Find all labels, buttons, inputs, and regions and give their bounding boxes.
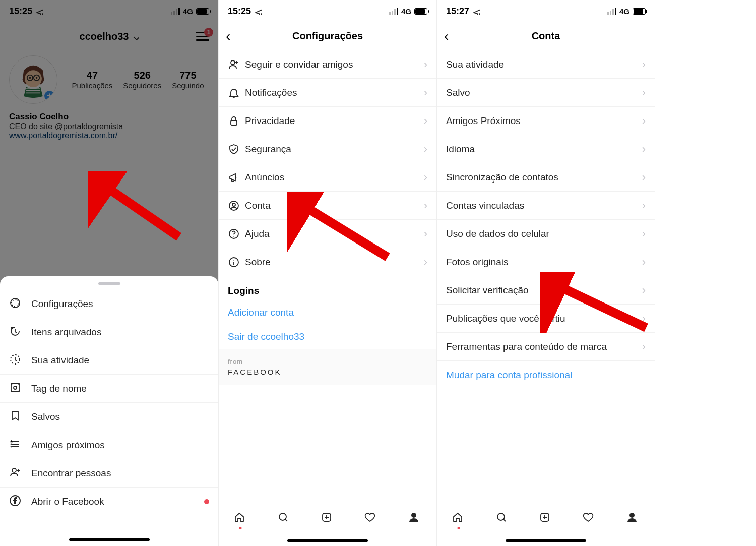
home-indicator[interactable] xyxy=(69,538,150,541)
chevron-right-icon: › xyxy=(642,227,646,240)
status-bar: 15:27 4G xyxy=(437,0,655,22)
info-icon xyxy=(228,256,245,268)
chevron-right-icon: › xyxy=(424,256,427,269)
tab-activity[interactable] xyxy=(349,511,393,525)
shield-icon xyxy=(228,143,245,155)
archive-icon xyxy=(9,325,31,339)
page-title: Conta xyxy=(532,30,560,42)
settings-item-about[interactable]: Sobre › xyxy=(219,248,436,276)
tab-add[interactable] xyxy=(306,511,349,525)
screen-account: 15:27 4G ‹ Conta Sua atividade› Salvo› A… xyxy=(436,0,655,546)
switch-to-professional-link[interactable]: Mudar para conta profissional xyxy=(437,361,655,389)
chevron-right-icon: › xyxy=(424,143,427,156)
settings-item-ads[interactable]: Anúncios › xyxy=(219,163,436,192)
back-button[interactable]: ‹ xyxy=(444,29,449,43)
home-indicator[interactable] xyxy=(506,539,586,542)
notification-dot xyxy=(458,527,460,529)
menu-item-saved[interactable]: Salvos xyxy=(0,403,218,431)
chevron-right-icon: › xyxy=(642,199,646,212)
settings-item-notifications[interactable]: Notificações › xyxy=(219,79,436,107)
account-item-original-photos[interactable]: Fotos originais› xyxy=(437,248,655,276)
tab-profile[interactable] xyxy=(393,511,436,525)
page-title: Configurações xyxy=(292,30,363,42)
bookmark-icon xyxy=(9,410,31,424)
settings-item-privacy[interactable]: Privacidade › xyxy=(219,107,436,135)
close-friends-icon xyxy=(9,438,31,452)
battery-icon xyxy=(414,8,427,15)
chevron-right-icon: › xyxy=(642,114,646,128)
tab-profile[interactable] xyxy=(611,511,655,525)
account-item-saved[interactable]: Salvo› xyxy=(437,79,655,107)
status-bar: 15:25 4G xyxy=(219,0,436,22)
account-item-language[interactable]: Idioma› xyxy=(437,135,655,163)
tab-home[interactable] xyxy=(219,511,262,525)
screen-settings: 15:25 4G ‹ Configurações Seguir e convid… xyxy=(218,0,436,546)
tab-add[interactable] xyxy=(524,511,568,525)
settings-item-security[interactable]: Segurança › xyxy=(219,135,436,163)
location-arrow-icon xyxy=(472,7,480,15)
chevron-right-icon: › xyxy=(642,171,646,184)
sheet-grabber[interactable] xyxy=(98,282,120,285)
chevron-right-icon: › xyxy=(424,58,427,71)
chevron-right-icon: › xyxy=(424,171,427,184)
account-item-request-verification[interactable]: Solicitar verificação› xyxy=(437,276,655,305)
status-time: 15:25 xyxy=(228,6,251,17)
battery-icon xyxy=(633,8,646,15)
tab-search[interactable] xyxy=(480,511,524,525)
add-account-link[interactable]: Adicionar conta xyxy=(219,300,436,325)
lock-icon xyxy=(228,115,245,127)
bell-icon xyxy=(228,87,245,99)
account-item-linked-accounts[interactable]: Contas vinculadas› xyxy=(437,192,655,220)
options-bottom-sheet: Configurações Itens arquivados Sua ativi… xyxy=(0,276,218,546)
menu-item-open-facebook[interactable]: Abrir o Facebook xyxy=(0,488,218,516)
chevron-right-icon: › xyxy=(642,86,646,99)
chevron-right-icon: › xyxy=(642,58,646,71)
chevron-right-icon: › xyxy=(642,256,646,269)
chevron-right-icon: › xyxy=(424,199,427,212)
account-item-posts-liked[interactable]: Publicações que você curtiu› xyxy=(437,305,655,333)
menu-item-discover-people[interactable]: Encontrar pessoas xyxy=(0,459,218,488)
bottom-tab-bar xyxy=(437,505,655,546)
add-person-icon xyxy=(9,466,31,480)
settings-item-follow-invite[interactable]: Seguir e convidar amigos › xyxy=(219,50,436,79)
menu-item-settings[interactable]: Configurações xyxy=(0,290,218,318)
chevron-right-icon: › xyxy=(424,114,427,128)
megaphone-icon xyxy=(228,171,245,184)
menu-item-close-friends[interactable]: Amigos próximos xyxy=(0,431,218,459)
location-arrow-icon xyxy=(254,7,262,15)
back-button[interactable]: ‹ xyxy=(226,29,230,43)
home-indicator[interactable] xyxy=(287,539,368,542)
settings-item-account[interactable]: Conta › xyxy=(219,192,436,220)
tab-search[interactable] xyxy=(262,511,305,525)
chevron-right-icon: › xyxy=(642,312,646,325)
settings-item-help[interactable]: Ajuda › xyxy=(219,220,436,248)
account-item-branded-content[interactable]: Ferramentas para conteúdo de marca› xyxy=(437,333,655,361)
help-icon xyxy=(228,228,245,240)
menu-item-activity[interactable]: Sua atividade xyxy=(0,346,218,375)
account-item-cellular-data[interactable]: Uso de dados do celular› xyxy=(437,220,655,248)
notification-dot xyxy=(239,527,242,529)
logins-section-header: Logins xyxy=(219,276,436,300)
signal-icon xyxy=(607,8,616,15)
account-item-activity[interactable]: Sua atividade› xyxy=(437,50,655,79)
account-item-contact-sync[interactable]: Sincronização de contatos› xyxy=(437,163,655,192)
chevron-right-icon: › xyxy=(642,143,646,156)
menu-item-archive[interactable]: Itens arquivados xyxy=(0,318,218,346)
nametag-icon xyxy=(9,382,31,396)
tab-activity[interactable] xyxy=(568,511,611,525)
activity-icon xyxy=(9,353,31,368)
bottom-tab-bar xyxy=(219,505,436,546)
logout-link[interactable]: Sair de ccoelho33 xyxy=(219,325,436,349)
signal-icon xyxy=(389,8,398,15)
network-label: 4G xyxy=(619,7,629,16)
status-time: 15:27 xyxy=(446,6,469,17)
account-icon xyxy=(228,200,245,212)
chevron-right-icon: › xyxy=(642,340,646,353)
menu-item-nametag[interactable]: Tag de nome xyxy=(0,375,218,403)
account-item-close-friends[interactable]: Amigos Próximos› xyxy=(437,107,655,135)
chevron-right-icon: › xyxy=(424,86,427,99)
from-facebook-footer: from FACEBOOK xyxy=(219,349,436,385)
notification-dot xyxy=(204,499,209,504)
screen-profile: 15:25 4G ccoelho33 1 xyxy=(0,0,218,546)
tab-home[interactable] xyxy=(437,511,480,525)
